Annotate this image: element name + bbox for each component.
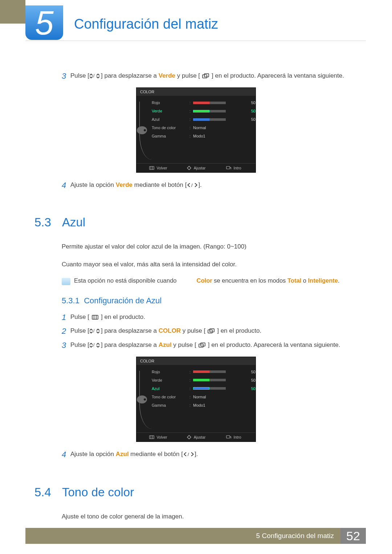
step-2-azul: 2 Pulse [] para desplazarse a COLOR y pu… [62,326,358,337]
palette-icon [137,395,147,403]
osd-color-panel-azul: COLOR Rojo: 50 Verde: 50 Azul: 50 Tono d… [136,357,256,442]
osd-row-azul: Azul: 50 [152,116,256,123]
step-4-verde: 4 Ajuste la opción Verde mediante el bot… [62,180,358,192]
osd-label: Rojo [152,100,189,105]
highlight-azul: Azul [159,341,172,348]
step-3-azul: 3 Pulse [] para desplazarse a Azul y pul… [62,340,358,352]
header-khaki-block [0,0,25,24]
step-text: Pulse [] para desplazarse a Azul y pulse… [70,340,358,350]
osd-color-panel-verde: COLOR Rojo: 50 Verde: 50 Azul: 50 Tono d… [136,87,256,173]
section-title: Tono de color [62,485,134,499]
text-segment: Pulse [ [70,72,89,79]
text-segment: ]. [198,181,201,188]
osd-row-azul-selected: Azul: 50 [152,385,256,392]
step-text: Pulse [] para desplazarse a COLOR y puls… [70,326,358,336]
text-segment: ] en el producto. [101,313,145,320]
text-segment: Ajuste la opción [70,451,116,457]
osd-row-gamma: Gamma: Modo1 [152,402,256,409]
step-text: Ajuste la opción Azul mediante el botón … [70,449,358,459]
osd-sidebar [139,371,152,429]
osd-value: 50 [244,109,256,113]
footer-chapter-text: 5 Configuración del matiz [25,532,340,540]
source-icon [197,342,208,348]
osd-footer-back: Volver [139,435,177,439]
text-segment: ] para desplazarse a [101,72,159,79]
step-number: 3 [62,339,70,352]
chapter-number: 5 [35,6,53,40]
osd-value: 50 [244,100,256,105]
text-segment: . [338,277,340,284]
subsection-title: Configuración de Azul [84,296,162,305]
osd-footer-label: Volver [156,435,167,439]
osd-title: COLOR [136,357,256,365]
osd-footer: Volver Ajustar Intro [136,432,256,442]
text-segment: ] en el producto. [217,327,261,334]
osd-title: COLOR [136,88,256,96]
osd-row-verde: Verde: 50 [152,377,256,384]
osd-label: Gamma [152,403,189,407]
osd-value: Normal [193,395,244,399]
palette-icon [137,126,147,134]
text-segment: ] en el producto. Aparecerá la ventana s… [208,341,340,348]
text-segment: mediante el botón [ [132,181,187,188]
page-footer: 5 Configuración del matiz 52 [25,528,366,544]
text-segment: ] para desplazarse a [101,327,159,334]
text-segment: mediante el botón [ [129,451,183,457]
osd-label: Gamma [152,134,189,138]
step-number: 3 [62,70,70,82]
footer-page-number: 52 [340,528,366,544]
osd-list: Rojo: 50 Verde: 50 Azul: 50 Tono de colo… [152,367,256,429]
osd-row-rojo: Rojo: 50 [152,368,256,376]
step-text: Ajuste la opción Verde mediante el botón… [70,180,358,190]
osd-label: Tono de color [152,126,189,130]
section-5-3-heading: 5.3 Azul [0,216,392,229]
title-underline [25,41,366,41]
source-icon [206,328,217,334]
text-segment: ] en el producto. Aparecerá la ventana s… [212,72,344,79]
osd-label: Rojo [152,370,189,374]
osd-row-tono: Tono de color: Normal [152,393,256,401]
osd-label: Verde [152,109,189,113]
text-segment: se encuentra en los modos [212,277,287,284]
highlight-azul: Azul [116,451,129,457]
step-number: 4 [62,448,70,461]
step-3-verde: 3 Pulse [] para desplazarse a Verde y pu… [62,71,358,82]
text-segment: ] para desplazarse a [101,341,159,348]
step-number: 2 [62,325,70,337]
osd-list: Rojo: 50 Verde: 50 Azul: 50 Tono de colo… [152,98,256,160]
highlight-verde: Verde [159,72,175,79]
text-segment: o [301,277,308,284]
source-icon [200,73,211,79]
text-segment: Pulse [ [70,313,89,320]
highlight-inteligente: Inteligente [308,277,338,284]
osd-row-gamma: Gamma: Modo1 [152,132,256,140]
up-down-icon [90,73,101,79]
osd-footer-label: Ajustar [194,166,206,170]
highlight-color-caps: COLOR [159,327,181,334]
section-5-3-p2: Cuanto mayor sea el valor, más alta será… [62,259,358,270]
left-right-icon [183,452,194,457]
osd-footer: Volver Ajustar Intro [136,163,256,172]
osd-label: Tono de color [152,395,189,399]
up-down-icon [90,328,101,334]
menu-icon [90,315,101,320]
osd-footer-back: Volver [139,166,177,170]
osd-value: Modo1 [193,134,244,138]
text-segment: Ajuste la opción [70,181,116,188]
osd-footer-label: Intro [233,166,241,170]
step-text: Pulse [] para desplazarse a Verde y puls… [70,71,358,81]
osd-footer-label: Ajustar [194,435,206,439]
step-4-azul: 4 Ajuste la opción Azul mediante el botó… [62,449,358,461]
osd-label: Azul [152,117,189,122]
text-segment: Esta opción no está disponible cuando [74,277,178,284]
text-segment: Pulse [ [70,341,89,348]
info-text: Esta opción no está disponible cuando Co… [74,277,340,284]
section-5-4-p1: Ajuste el tono de color general de la im… [62,512,358,522]
step-number: 1 [62,311,70,324]
osd-footer-adjust: Ajustar [177,435,215,439]
chapter-title: Configuración del matiz [74,16,218,32]
highlight-color: Color [197,277,212,284]
step-1-azul: 1 Pulse [] en el producto. [62,312,358,324]
osd-row-tono: Tono de color: Normal [152,124,256,131]
osd-footer-enter: Intro [215,166,253,170]
